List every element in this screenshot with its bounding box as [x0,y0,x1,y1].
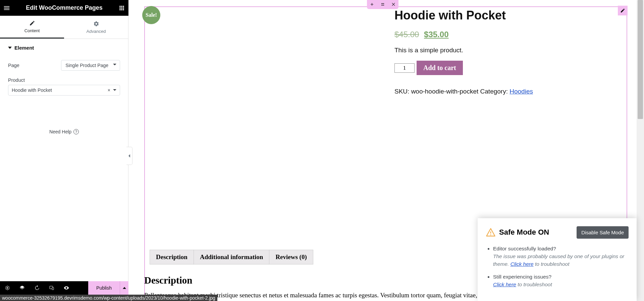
quantity-input[interactable] [394,63,415,73]
drag-icon [380,2,385,7]
tab-content[interactable]: Content [0,16,64,39]
widget-close-button[interactable] [390,1,396,7]
need-help-label: Need Help [49,129,71,134]
product-label: Product [8,77,120,83]
publish-label: Publish [96,285,112,291]
eye-icon [64,285,69,291]
safe-mode-item-1: Editor successfully loaded? The issue wa… [493,245,629,268]
bottombar: Publish [0,281,128,295]
tab-content-label: Content [24,28,40,33]
history-icon [34,285,40,291]
product-select[interactable]: Hoodie with Pocket × [8,85,120,96]
svg-point-0 [7,287,8,289]
tab-advanced-label: Advanced [87,29,106,34]
category-label: Category: [478,88,509,95]
hamburger-icon [3,4,10,12]
sm-trouble2: to troubleshoot [516,282,552,287]
status-url: woocommerce-32532679195.devrimsdemo.com/… [0,295,217,301]
product-meta: SKU: woo-hoodie-with-pocket Category: Ho… [394,88,616,95]
publish-button[interactable]: Publish [88,281,120,295]
tab-additional-info[interactable]: Additional information [194,250,269,264]
page-label: Page [8,63,61,68]
svg-point-4 [382,3,383,4]
svg-point-6 [381,5,382,5]
topbar-title: Edit WooCommerce Pages [13,4,115,11]
widget-add-button[interactable] [369,1,375,7]
caret-up-icon [123,286,126,290]
settings-button[interactable] [0,281,15,295]
responsive-icon [49,285,54,291]
section-element-label: Element [14,45,34,51]
status-url-text: woocommerce-32532679195.devrimsdemo.com/… [2,295,215,301]
collapse-sidebar-button[interactable] [126,147,132,165]
preview-button[interactable] [59,281,74,295]
svg-rect-2 [52,288,54,290]
product-select-value: Hoodie with Pocket [12,87,52,93]
price-new: $35.00 [424,30,448,39]
chevron-left-icon [128,154,131,158]
sidebar-panel: Content Advanced Element Page Single Pro… [0,16,128,301]
svg-rect-10 [490,235,491,236]
safe-mode-list: Editor successfully loaded? The issue wa… [486,245,629,288]
topbar: Edit WooCommerce Pages [0,0,128,16]
caret-down-icon [113,89,116,93]
add-to-cart-button[interactable]: Add to cart [417,61,463,75]
menu-button[interactable] [0,0,13,16]
add-to-cart-row: Add to cart [394,61,616,75]
sm-line2: Still experiencing issues? [493,274,551,280]
gear-icon [5,285,10,291]
apps-grid-icon [118,5,125,11]
price-old: $45.00 [394,30,419,39]
product-summary: Hoodie with Pocket $45.00 $35.00 This is… [394,8,616,95]
svg-point-5 [383,3,384,4]
tab-advanced[interactable]: Advanced [64,16,128,39]
safe-mode-panel: Safe Mode ON Disable Safe Mode Editor su… [478,218,637,301]
product-row: Product [0,74,128,83]
layers-icon [19,285,25,291]
product-short-description: This is a simple product. [394,47,616,54]
sm-troubleshoot-link-2[interactable]: Click here [493,282,516,287]
publish-options-button[interactable] [120,281,128,295]
page-row: Page Single Product Page [0,57,128,74]
caret-down-icon [8,46,12,50]
widget-edit-button[interactable] [618,6,628,15]
sale-badge: Sale! [142,6,160,24]
revisions-button[interactable] [15,281,30,295]
product-price: $45.00 $35.00 [394,30,616,39]
close-icon [391,2,396,7]
pencil-icon [29,20,35,26]
product-tabs: Description Additional information Revie… [150,250,313,264]
category-link[interactable]: Hoodies [509,88,533,95]
svg-point-7 [382,5,383,5]
product-title: Hoodie with Pocket [394,8,616,22]
apps-button[interactable] [115,0,128,16]
gear-icon [93,21,99,27]
sm-troubleshoot-link-1[interactable]: Click here [511,261,534,267]
sidebar-tabs: Content Advanced [0,16,128,39]
tab-description[interactable]: Description [150,250,194,264]
scrollbar-thumb[interactable] [638,0,643,119]
warning-icon [486,227,496,237]
product-clear-button[interactable]: × [108,87,110,93]
vertical-scrollbar[interactable] [637,0,644,301]
section-element-header[interactable]: Element [0,39,128,57]
svg-rect-9 [490,232,491,234]
history-button[interactable] [30,281,44,295]
tab-reviews[interactable]: Reviews (0) [269,250,313,264]
svg-point-8 [383,5,384,5]
plus-icon [370,2,374,7]
need-help-link[interactable]: Need Help ? [0,129,128,134]
page-select[interactable]: Single Product Page [61,60,120,71]
widget-controls [367,0,398,9]
svg-point-3 [381,3,382,4]
widget-drag-handle[interactable] [380,1,386,7]
disable-safe-mode-button[interactable]: Disable Safe Mode [577,226,629,239]
description-heading: Description [144,275,192,286]
pencil-icon [620,8,625,13]
safe-mode-item-2: Still experiencing issues? Click here to… [493,273,629,289]
sku-label: SKU: [394,88,411,95]
safe-mode-title: Safe Mode ON [499,228,577,237]
sm-line1: Editor successfully loaded? [493,246,556,251]
sm-trouble1: to troubleshoot [534,261,570,267]
responsive-button[interactable] [44,281,59,295]
